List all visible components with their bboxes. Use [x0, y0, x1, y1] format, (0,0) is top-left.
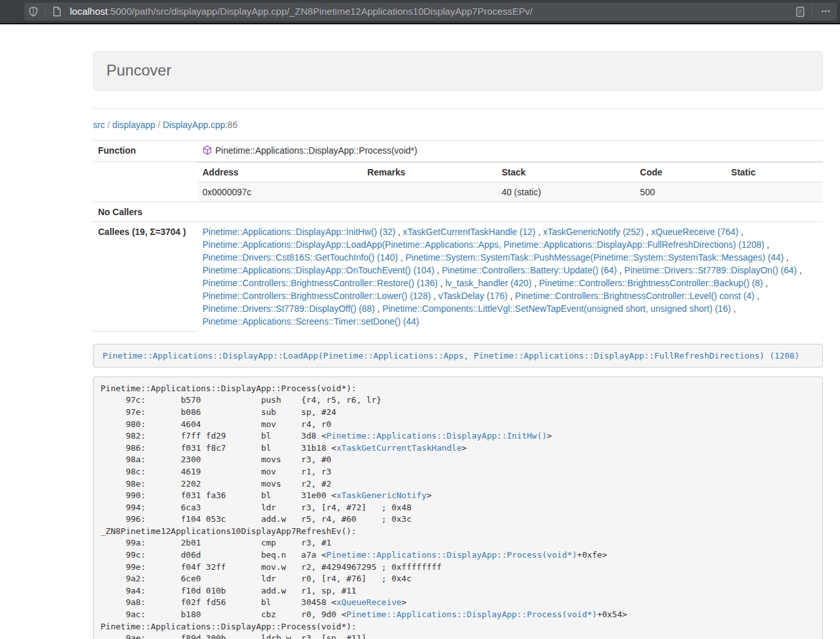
assembly-symbol-link[interactable]: xTaskGenericNotify — [336, 490, 427, 500]
assembly-symbol-link[interactable]: xQueueReceive — [336, 597, 402, 607]
callee-link[interactable]: Pinetime::Controllers::Battery::Update()… — [442, 265, 617, 275]
function-name: Pinetime::Applications::DisplayApp::Proc… — [215, 145, 417, 156]
callees-separator: , — [532, 278, 539, 288]
breadcrumb-separator: / — [105, 120, 113, 130]
breadcrumb-link[interactable]: DisplayApp.cpp — [163, 120, 225, 130]
callees-separator: , — [764, 239, 770, 250]
callees-row: Callees (19, Σ=3704 ) Pinetime::Applicat… — [93, 222, 823, 332]
url-text[interactable]: localhost:5000/path/src/displayapp/Displ… — [70, 4, 791, 18]
page-info-icon[interactable] — [48, 3, 66, 20]
details-value-row: 0x0000097c 40 (static) 500 — [197, 182, 823, 202]
details-header-row: Address Remarks Stack Code Static — [197, 163, 823, 182]
callees-separator: , — [617, 265, 625, 275]
breadcrumb-links: src / displayapp / DisplayApp.cpp — [93, 120, 225, 130]
callee-link[interactable]: Pinetime::Applications::DisplayApp::OnTo… — [202, 265, 434, 275]
function-name-cell: Pinetime::Applications::DisplayApp::Proc… — [197, 141, 823, 162]
callee-link[interactable]: xTaskGetCurrentTaskHandle (12) — [403, 227, 536, 237]
column-remarks: Remarks — [362, 163, 497, 182]
value-address: 0x0000097c — [197, 182, 362, 202]
highlighted-call-link[interactable]: Pinetime::Applications::DisplayApp::Load… — [103, 351, 800, 360]
callees-cell: Pinetime::Applications::DisplayApp::Init… — [197, 222, 823, 332]
callees-separator: , — [784, 252, 789, 263]
function-table: Function Pinetime::Applications::Display… — [93, 140, 823, 332]
no-callers-label: No Callers — [93, 202, 197, 222]
value-stack: 40 (static) — [497, 182, 635, 202]
highlighted-call-box: Pinetime::Applications::DisplayApp::Load… — [93, 344, 823, 368]
callee-link[interactable]: Pinetime::Controllers::BrightnessControl… — [539, 278, 762, 288]
breadcrumb: src / displayapp / DisplayApp.cpp:86 — [93, 119, 823, 132]
callees-separator: , — [395, 227, 403, 237]
page-title: Puncover — [106, 61, 171, 79]
callees-separator: , — [754, 291, 759, 301]
callee-link[interactable]: vTaskDelay (176) — [438, 291, 507, 301]
column-address: Address — [197, 163, 362, 182]
breadcrumb-separator: / — [155, 120, 163, 130]
callee-link[interactable]: Pinetime::Drivers::St7789::DisplayOn() (… — [624, 265, 796, 275]
page-container: Puncover src / displayapp / DisplayApp.c… — [93, 51, 823, 639]
value-remarks — [362, 182, 497, 202]
callees-separator: , — [536, 227, 543, 237]
url-bar[interactable]: localhost:5000/path/src/displayapp/Displ… — [24, 3, 837, 20]
callees-separator: , — [507, 291, 515, 301]
urlbar-divider — [812, 6, 812, 17]
reader-mode-icon[interactable] — [791, 3, 809, 20]
callees-separator: , — [644, 227, 652, 237]
assembly-symbol-link[interactable]: xTaskGetCurrentTaskHandle — [336, 443, 462, 453]
function-row: Function Pinetime::Applications::Display… — [93, 141, 823, 162]
url-path: :5000/path/src/displayapp/DisplayApp.cpp… — [108, 6, 532, 17]
breadcrumb-link[interactable]: src — [93, 120, 105, 130]
callee-link[interactable]: xQueueReceive (764) — [651, 227, 738, 237]
function-details-cell: Address Remarks Stack Code Static 0x0000… — [197, 162, 823, 202]
column-code: Code — [635, 163, 726, 182]
shield-icon[interactable] — [24, 3, 42, 20]
callees-separator: , — [738, 227, 743, 237]
callee-link[interactable]: Pinetime::Applications::DisplayApp::Load… — [202, 239, 764, 250]
breadcrumb-link[interactable]: displayapp — [112, 120, 155, 130]
callee-link[interactable]: Pinetime::Components::LittleVgl::SetNewT… — [383, 303, 731, 314]
function-details-row: Address Remarks Stack Code Static 0x0000… — [93, 162, 823, 202]
callees-separator: , — [431, 291, 438, 301]
callees-separator: , — [797, 265, 802, 275]
value-code: 500 — [635, 182, 726, 202]
empty-row-label — [93, 162, 197, 202]
assembly-symbol-link[interactable]: Pinetime::Applications::DisplayApp::Proc… — [326, 550, 577, 560]
value-static — [726, 182, 823, 202]
callee-link[interactable]: Pinetime::Controllers::BrightnessControl… — [202, 291, 431, 301]
no-callers-cell — [197, 202, 823, 222]
callees-separator: , — [434, 265, 442, 275]
browser-chrome-border — [0, 23, 840, 24]
callee-link[interactable]: Pinetime::Applications::Screens::Timer::… — [202, 316, 419, 327]
column-stack: Stack — [497, 163, 635, 182]
callees-separator: , — [731, 303, 736, 314]
symbol-cube-icon — [202, 145, 212, 158]
callee-link[interactable]: lv_task_handler (420) — [445, 278, 532, 288]
callees-list: Pinetime::Applications::DisplayApp::Init… — [202, 227, 802, 327]
function-details-table: Address Remarks Stack Code Static 0x0000… — [197, 162, 823, 202]
browser-toolbar: localhost:5000/path/src/displayapp/Displ… — [0, 0, 840, 23]
callees-separator: , — [398, 252, 406, 263]
breadcrumb-line-number: :86 — [225, 120, 237, 130]
callees-separator: , — [438, 278, 445, 288]
no-callers-row: No Callers — [93, 202, 823, 222]
callees-label: Callees (19, Σ=3704 ) — [93, 222, 197, 332]
assembly-listing: Pinetime::Applications::DisplayApp::Proc… — [93, 376, 823, 639]
callee-link[interactable]: Pinetime::Drivers::St7789::DisplayOff() … — [202, 303, 375, 314]
column-static: Static — [726, 163, 823, 182]
url-host: localhost — [70, 6, 108, 17]
assembly-symbol-link[interactable]: Pinetime::Applications::DisplayApp::Init… — [326, 431, 547, 441]
callee-link[interactable]: Pinetime::Drivers::Cst816S::GetTouchInfo… — [202, 252, 398, 263]
meatball-menu-icon[interactable]: ••• — [815, 3, 837, 20]
callee-link[interactable]: xTaskGenericNotify (252) — [543, 227, 643, 237]
urlbar-divider — [45, 6, 45, 17]
callees-separator: , — [763, 278, 768, 288]
app-header: Puncover — [93, 51, 823, 91]
callee-link[interactable]: Pinetime::Applications::DisplayApp::Init… — [202, 227, 395, 237]
callee-link[interactable]: Pinetime::Controllers::BrightnessControl… — [515, 291, 754, 301]
callee-link[interactable]: Pinetime::System::SystemTask::PushMessag… — [406, 252, 784, 263]
function-row-label: Function — [93, 141, 197, 162]
callee-link[interactable]: Pinetime::Controllers::BrightnessControl… — [202, 278, 438, 288]
assembly-symbol-link[interactable]: Pinetime::Applications::DisplayApp::Proc… — [347, 610, 597, 619]
header-divider — [93, 108, 823, 109]
assembly-code: Pinetime::Applications::DisplayApp::Proc… — [101, 384, 627, 639]
callees-separator: , — [375, 303, 383, 314]
